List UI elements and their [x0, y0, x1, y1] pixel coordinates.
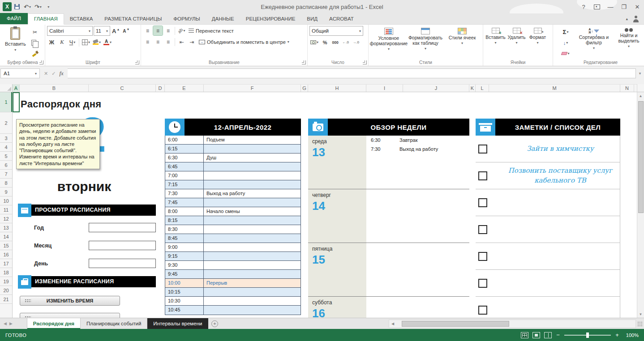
next-sheet-icon[interactable]: ▶ [9, 321, 13, 326]
schedule-activity-cell[interactable] [204, 297, 301, 305]
scroll-left-icon[interactable]: ◀ [389, 320, 396, 328]
todo-checkbox[interactable] [478, 225, 487, 234]
schedule-time-cell[interactable]: 6:45 [165, 162, 204, 171]
column-header[interactable]: B [20, 85, 89, 92]
align-left-button[interactable]: ≡ [143, 37, 152, 47]
week-event-time[interactable]: 7:30 [366, 146, 399, 152]
column-header[interactable]: C [89, 85, 156, 92]
vertical-scroll-thumb[interactable] [638, 101, 644, 213]
increase-decimal-button[interactable]: ←.0 [341, 38, 350, 47]
normal-view-button[interactable] [521, 332, 528, 338]
schedule-activity-cell[interactable]: Выход на работу [204, 189, 301, 198]
schedule-activity-cell[interactable] [204, 270, 301, 278]
close-button[interactable]: ✕ [631, 0, 644, 13]
align-top-button[interactable]: ≡ [143, 26, 152, 35]
column-header[interactable]: I [366, 85, 403, 92]
field-input[interactable] [89, 241, 156, 250]
ribbon-display-button[interactable] [590, 0, 604, 13]
accounting-format-button[interactable]: ▾ [309, 38, 319, 47]
schedule-time-cell[interactable]: 10:45 [165, 306, 204, 315]
schedule-activity-cell[interactable]: Душ [204, 153, 301, 162]
horizontal-scrollbar[interactable]: ◀ [389, 320, 636, 328]
insert-function-button[interactable]: fx [59, 70, 63, 77]
dialog-launcher-icon[interactable] [363, 60, 367, 64]
undo-button[interactable]: ↶▾ [22, 2, 32, 12]
enter-icon[interactable]: ✓ [52, 71, 56, 77]
schedule-activity-cell[interactable] [204, 243, 301, 251]
sheet-tab[interactable]: Распорядок дня [27, 318, 81, 329]
schedule-activity-cell[interactable] [204, 306, 301, 315]
underline-button[interactable]: Ч▾ [68, 38, 77, 47]
font-color-button[interactable]: А▾ [103, 38, 112, 47]
ribbon-tab[interactable]: ФАЙЛ [0, 13, 28, 24]
grow-font-button[interactable]: A▲ [111, 26, 120, 36]
row-header[interactable]: 5 [0, 152, 12, 161]
row-header[interactable]: 7 [0, 170, 12, 179]
week-event-label[interactable]: Завтрак [399, 137, 417, 143]
page-break-view-button[interactable] [544, 332, 552, 338]
merge-center-button[interactable]: ↔Объединить и поместить в центре▾ [197, 37, 291, 47]
number-format-select[interactable]: Общий▾ [309, 26, 363, 36]
schedule-time-cell[interactable]: 10:00 [165, 279, 204, 287]
row-header[interactable]: 20 [0, 286, 12, 295]
ribbon-tab[interactable]: РАЗМЕТКА СТРАНИЦЫ [99, 13, 167, 24]
schedule-time-cell[interactable]: 9:30 [165, 261, 204, 269]
sheet-tab[interactable]: Интервалы времени [147, 318, 208, 329]
week-event-time[interactable]: 6:30 [366, 137, 399, 143]
schedule-activity-cell[interactable] [204, 145, 301, 153]
shrink-font-button[interactable]: A▼ [121, 26, 131, 36]
dialog-launcher-icon[interactable] [39, 60, 43, 64]
schedule-time-cell[interactable]: 8:15 [165, 216, 204, 225]
zoom-slider[interactable] [564, 335, 611, 336]
column-header[interactable]: N [620, 85, 634, 92]
autosum-button[interactable]: Σ▾ [555, 27, 576, 37]
row-header[interactable]: 14 [0, 232, 12, 241]
schedule-time-cell[interactable]: 8:30 [165, 225, 204, 234]
format-as-table-button[interactable]: Форматировать как таблицу ▾ [407, 26, 444, 58]
align-middle-button[interactable]: ≡ [153, 26, 163, 35]
account-icon[interactable] [632, 15, 640, 22]
column-header[interactable]: G [301, 85, 308, 92]
percent-button[interactable]: % [320, 38, 330, 47]
save-button[interactable] [13, 2, 21, 12]
column-header[interactable]: L [476, 85, 489, 92]
row-header[interactable]: 3 [0, 134, 12, 143]
row-header[interactable]: 11 [0, 205, 12, 214]
column-header[interactable]: H [308, 85, 366, 92]
align-right-button[interactable]: ≡ [163, 37, 173, 47]
ribbon-collapse-icon[interactable]: ▴ [626, 17, 628, 21]
schedule-activity-cell[interactable] [204, 252, 301, 260]
sort-filter-button[interactable]: АЯ↓ Сортировка и фильтр ▾ [576, 26, 611, 58]
schedule-activity-cell[interactable] [204, 288, 301, 296]
formula-input[interactable] [68, 68, 636, 78]
clear-button[interactable]: ▾ [555, 49, 576, 58]
row-header[interactable]: 12 [0, 214, 12, 223]
delete-cells-button[interactable]: × Удалить ▾ [506, 26, 527, 58]
ribbon-tab[interactable]: ДАННЫЕ [206, 13, 240, 24]
vertical-scrollbar[interactable]: ▲ ▼ [637, 92, 644, 318]
prev-sheet-icon[interactable]: ◀ [4, 321, 7, 326]
field-input[interactable] [89, 223, 156, 232]
todo-checkbox[interactable] [478, 279, 487, 288]
week-day-cell[interactable]: четверг14 [308, 189, 366, 243]
schedule-time-cell[interactable]: 8:45 [165, 234, 204, 243]
redo-button[interactable]: ↷▾ [33, 2, 43, 12]
schedule-activity-cell[interactable] [204, 171, 301, 180]
qat-customize-button[interactable]: ▾ [44, 2, 53, 12]
conditional-formatting-button[interactable]: Условное форматирование ▾ [370, 26, 407, 58]
ribbon-tab[interactable]: РЕЦЕНЗИРОВАНИЕ [240, 13, 301, 24]
fill-button[interactable]: ↓▾ [555, 38, 576, 47]
cancel-icon[interactable]: ✕ [44, 71, 48, 77]
bold-button[interactable]: Ж [47, 38, 56, 47]
select-all-corner[interactable] [0, 84, 13, 92]
schedule-time-cell[interactable]: 9:45 [165, 270, 204, 278]
schedule-time-cell[interactable]: 6:15 [165, 145, 204, 153]
schedule-time-cell[interactable]: 7:00 [165, 171, 204, 180]
cut-button[interactable]: ✂ [30, 27, 40, 37]
font-family-select[interactable]: Calibri▾ [47, 26, 93, 36]
ribbon-tab[interactable]: ВИД [301, 13, 323, 24]
scroll-up-icon[interactable]: ▲ [637, 92, 644, 99]
fill-color-button[interactable]: ▾ [92, 38, 102, 47]
minimize-button[interactable]: — [604, 0, 617, 13]
todo-checkbox[interactable] [478, 252, 487, 261]
